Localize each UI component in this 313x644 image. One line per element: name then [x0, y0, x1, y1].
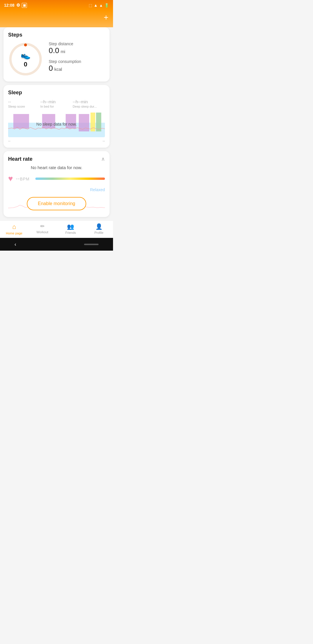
sleep-deep-value: --h--min — [73, 99, 105, 104]
home-icon: ⌂ — [12, 223, 16, 231]
hr-status-label: Relaxed — [90, 187, 105, 192]
sleep-card: Sleep -- Sleep score --h--min In bed for… — [3, 85, 110, 148]
nav-friends[interactable]: 👥 Friends — [57, 223, 85, 235]
header: + — [0, 10, 113, 27]
status-left: 12:08 ⚙ ▣ — [4, 3, 27, 8]
steps-stats: Step distance 0.0 mi Step consumption 0 … — [49, 41, 105, 77]
hr-status-row: Relaxed — [8, 187, 105, 192]
steps-center: 👟 0 — [21, 50, 31, 68]
sleep-deep-label: Deep sleep dur... — [73, 105, 105, 108]
screenshot-icon: ▣ — [22, 3, 27, 8]
step-consumption-stat: Step consumption 0 kcal — [49, 59, 105, 73]
sleep-time-end: -- — [103, 139, 105, 143]
steps-count: 0 — [24, 61, 27, 68]
sleep-inbed-value: --h--min — [40, 99, 72, 104]
chevron-up-icon[interactable]: ∧ — [101, 156, 105, 162]
step-distance-stat: Step distance 0.0 mi — [49, 41, 105, 55]
home-pill[interactable] — [84, 244, 99, 245]
friends-icon: 👥 — [67, 223, 74, 230]
sleep-score-label: Sleep score — [8, 105, 40, 108]
status-time: 12:08 — [4, 3, 14, 8]
system-bar: ‹ — [0, 238, 113, 251]
workout-icon: ✏ — [40, 223, 45, 229]
nav-friends-label: Friends — [65, 231, 76, 234]
bottom-nav: ⌂ Home page ✏ Workout 👥 Friends 👤 Profil… — [0, 220, 113, 238]
sleep-title: Sleep — [8, 90, 105, 96]
footsteps-icon: 👟 — [21, 50, 31, 60]
steps-dot — [24, 44, 27, 46]
sleep-no-data-text: No sleep data for now. — [36, 122, 77, 126]
heart-rate-header: Heart rate ∧ — [8, 156, 105, 162]
back-button[interactable]: ‹ — [14, 241, 16, 247]
steps-circle: 👟 0 — [8, 42, 43, 77]
heart-rate-no-data: No heart rate data for now. — [8, 165, 105, 170]
nav-workout[interactable]: ✏ Workout — [28, 223, 57, 235]
svg-rect-3 — [13, 114, 29, 129]
steps-content: 👟 0 Step distance 0.0 mi Step consumptio… — [8, 41, 105, 77]
sleep-score-value: -- — [8, 99, 40, 104]
status-right: ⬚ ▲ ▲ 🔋 — [89, 3, 109, 8]
steps-title: Steps — [8, 32, 105, 38]
signal-icon: ▲ — [99, 3, 103, 8]
steps-card: Steps 👟 0 Step distance 0.0 mi Step c — [3, 27, 110, 82]
hr-gradient-bar — [35, 178, 105, 180]
step-distance-value: 0.0 mi — [49, 46, 105, 55]
sleep-deep-metric: --h--min Deep sleep dur... — [73, 99, 105, 108]
consumption-unit: kcal — [54, 67, 62, 72]
bpm-value: --BPM — [16, 176, 30, 182]
consumption-number: 0 — [49, 64, 53, 73]
nav-home[interactable]: ⌂ Home page — [0, 223, 28, 235]
nav-workout-label: Workout — [37, 230, 48, 234]
heart-rate-card: Heart rate ∧ No heart rate data for now.… — [3, 151, 110, 217]
sleep-time-row: -- -- — [8, 139, 105, 143]
cast-icon: ⬚ — [89, 3, 92, 8]
sleep-metrics: -- Sleep score --h--min In bed for --h--… — [8, 99, 105, 108]
sleep-inbed-metric: --h--min In bed for — [40, 99, 72, 108]
nav-profile[interactable]: 👤 Profile — [85, 223, 113, 235]
distance-unit: mi — [61, 49, 65, 54]
heart-rate-main: ♥ --BPM — [8, 174, 105, 183]
heart-rate-title: Heart rate — [8, 156, 32, 162]
sleep-chart: No sleep data for now. — [8, 111, 105, 137]
bpm-number: -- — [16, 176, 20, 182]
enable-monitoring-button[interactable]: Enable monitoring — [27, 197, 86, 210]
status-bar: 12:08 ⚙ ▣ ⬚ ▲ ▲ 🔋 — [0, 0, 113, 10]
battery-icon: 🔋 — [104, 3, 109, 8]
gear-icon: ⚙ — [16, 3, 20, 8]
step-consumption-value: 0 kcal — [49, 64, 105, 73]
step-distance-label: Step distance — [49, 41, 105, 46]
nav-home-label: Home page — [6, 231, 22, 235]
hr-chart: Enable monitoring — [8, 195, 105, 212]
step-consumption-label: Step consumption — [49, 59, 105, 64]
sleep-time-start: -- — [8, 139, 10, 143]
add-button[interactable]: + — [104, 13, 108, 21]
sleep-score-metric: -- Sleep score — [8, 99, 40, 108]
nav-profile-label: Profile — [94, 231, 103, 234]
distance-number: 0.0 — [49, 46, 59, 55]
sleep-inbed-label: In bed for — [40, 105, 72, 108]
heart-icon: ♥ — [8, 174, 13, 183]
bpm-unit: BPM — [20, 177, 30, 181]
profile-icon: 👤 — [95, 223, 103, 230]
wifi-icon: ▲ — [94, 3, 98, 8]
